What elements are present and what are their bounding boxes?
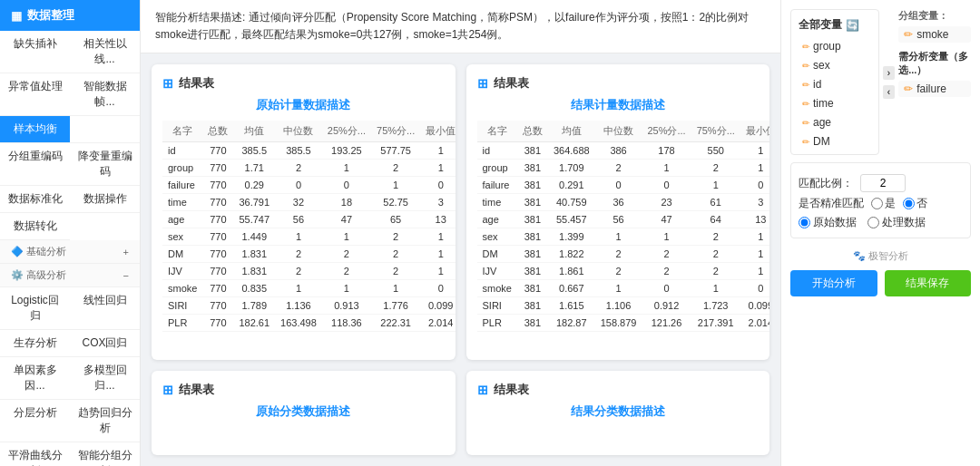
all-vars-title: 全部变量 🔄	[799, 17, 871, 33]
cell-value: 1	[322, 280, 371, 297]
cell-value: 0.913	[322, 297, 371, 315]
result-card-3: ⊞ 结果表 原始分类数据描述	[152, 371, 456, 455]
sidebar-item-survival[interactable]: 生存分析	[0, 330, 70, 357]
exact-match-no-radio[interactable]	[903, 198, 915, 209]
var-item[interactable]: ✏group	[799, 38, 871, 54]
sidebar-item-group-recode[interactable]: 分组重编码	[0, 143, 70, 186]
arrow-right-btn[interactable]: ›	[883, 66, 895, 80]
cell-value: 0.912	[642, 297, 691, 315]
sidebar-item-missing[interactable]: 缺失插补	[0, 31, 70, 73]
result-card-2-header: ⊞ 结果表	[477, 75, 760, 92]
cell-value: 381	[517, 160, 548, 177]
var-icon: ✏	[802, 118, 809, 128]
table-row: id770385.5385.5193.25577.751	[162, 142, 456, 160]
cell-value: 158.879	[595, 315, 642, 332]
sidebar-item-dim-recode[interactable]: 降变量重编码	[70, 143, 140, 186]
cell-value: 2	[371, 246, 420, 263]
needs-var-icon: ✏	[904, 83, 913, 95]
cell-value: 0	[322, 177, 371, 194]
sidebar-item-multimodel[interactable]: 多模型回归...	[70, 357, 140, 400]
var-item[interactable]: ✏time	[799, 95, 871, 112]
cell-value: 770	[202, 280, 233, 297]
cell-value: 386	[595, 142, 642, 160]
cell-value: 55.747	[233, 211, 275, 228]
cell-value: 0.099	[420, 297, 455, 315]
cell-value: 2	[642, 263, 691, 280]
cell-value: 0.291	[548, 177, 595, 194]
save-result-button[interactable]: 结果保存	[885, 270, 972, 296]
var-item[interactable]: ✏id	[799, 76, 871, 92]
sidebar-item-data-ops[interactable]: 数据操作	[70, 186, 140, 213]
sidebar-item-cox[interactable]: COX回归	[70, 330, 140, 357]
cell-value: 770	[202, 228, 233, 246]
sidebar-item-linear[interactable]: 线性回归	[70, 287, 140, 330]
sidebar-item-sample[interactable]: 样本均衡	[0, 116, 70, 143]
cell-value: 1	[740, 142, 769, 160]
basic-analysis-plus: +	[123, 247, 129, 257]
raw-data-label: 原始数据	[813, 215, 857, 230]
result-card-4-header: ⊞ 结果表	[477, 382, 760, 398]
cell-value: 0.667	[548, 280, 595, 297]
sidebar-item-univar[interactable]: 单因素多因...	[0, 357, 70, 400]
var-label: time	[813, 97, 834, 110]
exact-match-yes-radio[interactable]	[871, 198, 883, 209]
cell-value: 1.709	[548, 160, 595, 177]
cell-value: 1	[322, 160, 371, 177]
sidebar-item-intelligent[interactable]: 智能数据帧...	[70, 73, 140, 116]
processed-data-radio-label[interactable]: 处理数据	[867, 215, 926, 230]
cell-value: 47	[322, 211, 371, 228]
all-vars-section: 全部变量 🔄 ✏group✏sex✏id✏time✏age✏DM✏IJV✏SIR…	[790, 9, 879, 155]
arrow-left-btn[interactable]: ‹	[883, 85, 895, 99]
cell-value: 1	[420, 228, 455, 246]
sidebar-section-advanced[interactable]: ⚙️ 高级分析 −	[0, 264, 140, 287]
advanced-analysis-label: ⚙️ 高级分析	[11, 268, 66, 282]
cell-value: 64	[691, 211, 740, 228]
start-analysis-button[interactable]: 开始分析	[790, 270, 877, 296]
table-row: SIRI7701.7891.1360.9131.7760.099	[162, 297, 456, 315]
exact-match-no[interactable]: 否	[903, 196, 927, 211]
cell-value: 770	[202, 211, 233, 228]
var-item[interactable]: ✏sex	[799, 57, 871, 73]
cell-value: 2.014	[420, 315, 455, 332]
sidebar-item-outlier[interactable]: 异常值处理	[0, 73, 70, 116]
cell-value: 1	[420, 263, 455, 280]
raw-data-radio[interactable]	[799, 217, 810, 228]
th-min-2: 最小值	[740, 121, 769, 142]
cell-value: 381	[517, 246, 548, 263]
cell-value: 385.5	[275, 142, 322, 160]
cell-value: 0	[740, 280, 769, 297]
cell-value: 36	[595, 194, 642, 211]
cell-value: 1.789	[233, 297, 275, 315]
match-ratio-input[interactable]	[860, 174, 906, 192]
sidebar-item-smooth[interactable]: 平滑曲线分析	[0, 442, 70, 466]
var-icon: ✏	[802, 137, 809, 147]
var-item[interactable]: ✏DM	[799, 133, 871, 147]
cell-value: 1.822	[548, 246, 595, 263]
sidebar: ▦ 数据整理 缺失插补 相关性以线... 异常值处理 智能数据帧... 样本均衡…	[0, 0, 141, 466]
sidebar-item-normalize[interactable]: 数据标准化	[0, 186, 70, 213]
table-row: id381364.6883861785501	[477, 142, 770, 160]
var-label: sex	[813, 59, 830, 72]
cell-name: IJV	[477, 263, 517, 280]
sidebar-item-transform[interactable]: 数据转化	[0, 213, 70, 240]
var-item[interactable]: ✏age	[799, 114, 871, 131]
cell-name: PLR	[477, 315, 517, 332]
cell-value: 1	[420, 142, 455, 160]
split-needs-section: 分组变量： ✏ smoke 需分析变量（多选...） ✏ failure	[898, 9, 971, 155]
sidebar-item-correlation[interactable]: 相关性以线...	[70, 31, 140, 73]
sidebar-item-trend[interactable]: 趋势回归分析	[70, 400, 140, 442]
processed-data-radio[interactable]	[867, 217, 879, 228]
raw-data-radio-label[interactable]: 原始数据	[799, 215, 857, 230]
cell-value: 2	[322, 263, 371, 280]
cell-name: time	[477, 194, 517, 211]
sidebar-item-logistic[interactable]: Logistic回归	[0, 287, 70, 330]
table-1: 名字 总数 均值 中位数 25%分... 75%分... 最小值 id77038…	[162, 121, 456, 332]
sidebar-item-smart-group[interactable]: 智能分组分析	[70, 442, 140, 466]
exact-match-yes[interactable]: 是	[871, 196, 896, 211]
var-icon: ✏	[802, 61, 809, 71]
sidebar-section-basic[interactable]: 🔷 基础分析 +	[0, 240, 140, 264]
table-row: sex7701.4491121	[162, 228, 456, 246]
sidebar-item-placeholder	[70, 116, 140, 143]
sidebar-item-stratified[interactable]: 分层分析	[0, 400, 70, 442]
var-icon: ✏	[802, 80, 809, 90]
